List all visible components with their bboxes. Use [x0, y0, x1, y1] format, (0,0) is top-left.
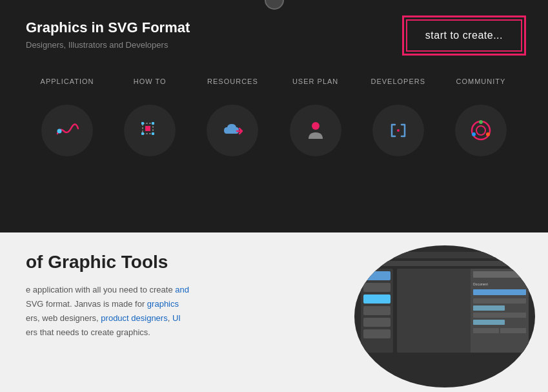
- svg-point-12: [486, 132, 490, 136]
- nav-item-application[interactable]: APPLICATION: [26, 77, 108, 93]
- hero-title: Graphics in SVG Format: [26, 19, 190, 36]
- nav-label-resources: RESOURCES: [191, 77, 274, 85]
- svg-rect-3: [141, 122, 144, 125]
- how-to-icon-circle[interactable]: [124, 105, 176, 156]
- bottom-section: of Graphic Tools e application with all …: [0, 232, 548, 392]
- user-plan-icon-circle[interactable]: [290, 105, 341, 156]
- developers-icon-wrap: [357, 105, 440, 156]
- app-screenshot-circle: Document: [354, 245, 535, 387]
- tool-btn-3: [363, 294, 391, 304]
- size-w: [473, 328, 499, 333]
- mockup-toolbar: [361, 252, 529, 258]
- svg-rect-4: [152, 122, 154, 125]
- nav-label-how-to: HOW TO: [108, 77, 191, 85]
- community-icon-circle[interactable]: [455, 105, 507, 156]
- resources-icon-circle[interactable]: [207, 105, 258, 156]
- tool-btn-2: [363, 283, 391, 292]
- nav-label-user-plan: USER PLAN: [274, 77, 357, 85]
- format-button: [473, 289, 526, 295]
- mockup-ruler: [361, 261, 529, 266]
- hero-subtitle: Designers, Illustrators and Developers: [26, 40, 190, 50]
- developers-icon-circle[interactable]: [372, 105, 424, 156]
- how-to-icon-wrap: [108, 105, 191, 156]
- logo-circle: [265, 0, 284, 10]
- nav-item-how-to[interactable]: HOW TO: [108, 77, 191, 93]
- nav-item-developers[interactable]: DEVELOPERS: [357, 77, 440, 93]
- field-value-2: [473, 320, 505, 325]
- mockup-canvas: Document: [397, 269, 529, 353]
- application-icon: [54, 117, 81, 144]
- nav-row: APPLICATION HOW TO RESOURCES USER PLAN D…: [26, 77, 522, 93]
- svg-point-8: [397, 129, 400, 132]
- bottom-body: e application with all you need to creat…: [26, 283, 316, 340]
- svg-point-7: [312, 122, 320, 130]
- field-value-1: [473, 305, 505, 311]
- tool-btn-6: [363, 329, 391, 338]
- field-width: [473, 298, 526, 304]
- svg-rect-2: [145, 126, 150, 131]
- svg-rect-5: [141, 132, 144, 135]
- panel-title-bar: [473, 271, 526, 278]
- tool-btn-5: [363, 318, 391, 327]
- svg-point-10: [476, 126, 485, 135]
- mockup-properties: Document: [471, 269, 529, 353]
- nav-label-developers: DEVELOPERS: [357, 77, 440, 85]
- mockup-inner: Document: [354, 245, 535, 387]
- community-icon-wrap: [440, 105, 522, 156]
- application-icon-wrap: [26, 105, 108, 156]
- application-icon-circle[interactable]: [41, 105, 93, 156]
- field-height: [473, 313, 526, 318]
- nav-item-community[interactable]: COMMUNITY: [440, 77, 522, 93]
- resources-icon-wrap: [191, 105, 274, 156]
- mockup-tools: [361, 269, 393, 353]
- mockup-main-row: Document: [361, 269, 529, 353]
- nav-item-user-plan[interactable]: USER PLAN: [274, 77, 357, 93]
- hero-text: Graphics in SVG Format Designers, Illust…: [26, 19, 190, 50]
- svg-point-13: [472, 132, 476, 136]
- nav-label-application: APPLICATION: [26, 77, 108, 85]
- resources-icon: [219, 117, 246, 144]
- user-plan-icon-wrap: [274, 105, 357, 156]
- bottom-heading: of Graphic Tools: [26, 252, 316, 273]
- community-icon: [467, 117, 494, 144]
- svg-point-0: [57, 129, 62, 134]
- svg-point-9: [472, 121, 490, 139]
- icons-row: [26, 105, 522, 156]
- nav-label-community: COMMUNITY: [440, 77, 522, 85]
- tool-btn-1: [363, 271, 391, 280]
- ruler-x: [361, 261, 529, 266]
- start-create-button[interactable]: start to create...: [406, 19, 522, 52]
- panel-document-label: Document: [473, 282, 526, 286]
- top-section: Graphics in SVG Format Designers, Illust…: [0, 0, 548, 232]
- bottom-content: of Graphic Tools e application with all …: [26, 252, 522, 373]
- top-header: Graphics in SVG Format Designers, Illust…: [26, 19, 522, 52]
- size-fields-row: [473, 328, 526, 333]
- user-plan-icon: [302, 117, 329, 144]
- size-h: [500, 328, 526, 333]
- svg-point-11: [479, 120, 483, 124]
- how-to-icon: [136, 117, 163, 144]
- developers-icon: [385, 117, 412, 144]
- svg-rect-6: [152, 132, 154, 135]
- nav-item-resources[interactable]: RESOURCES: [191, 77, 274, 93]
- bottom-text: of Graphic Tools e application with all …: [26, 252, 316, 373]
- tool-btn-4: [363, 306, 391, 315]
